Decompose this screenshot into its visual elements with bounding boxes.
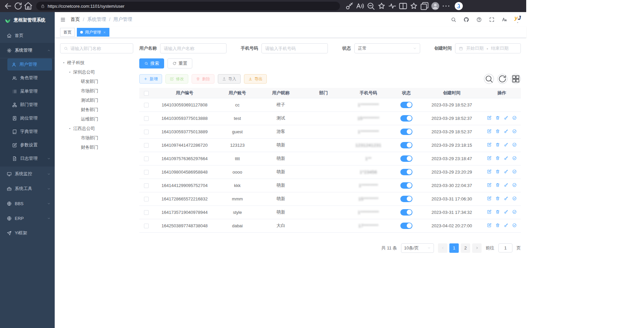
row-checkbox[interactable] — [144, 210, 149, 215]
reset-password-button[interactable] — [504, 115, 508, 120]
profile-avatar[interactable] — [431, 1, 440, 11]
collapse-sidebar-button[interactable] — [60, 17, 66, 22]
prev-page-button[interactable] — [438, 243, 447, 253]
tree-node[interactable]: 财务部门 — [60, 105, 133, 114]
export-button[interactable]: 导出 — [244, 74, 267, 84]
add-favorite-icon[interactable] — [377, 1, 386, 11]
status-toggle[interactable] — [400, 223, 412, 229]
reset-password-button[interactable] — [504, 142, 508, 147]
next-page-button[interactable] — [472, 243, 482, 253]
edit-row-button[interactable] — [487, 129, 492, 134]
sidebar-item-bbs[interactable]: BBS — [0, 196, 55, 211]
sidebar-item-log[interactable]: 日志管理 — [0, 152, 55, 165]
font-size-icon[interactable] — [502, 17, 507, 22]
refresh-table-button[interactable] — [497, 74, 507, 84]
assign-role-button[interactable] — [512, 169, 517, 174]
sidebar-item-menu[interactable]: 菜单管理 — [0, 85, 55, 98]
address-bar[interactable]: https://ccnetcore.com:1101/system/user — [36, 2, 340, 10]
toggle-search-button[interactable] — [484, 74, 494, 84]
reset-password-button[interactable] — [504, 169, 508, 174]
tree-caret-icon[interactable] — [62, 61, 65, 64]
username-input[interactable] — [160, 43, 227, 53]
split-screen-icon[interactable] — [398, 1, 408, 11]
status-toggle[interactable] — [400, 182, 412, 189]
edit-row-button[interactable] — [487, 169, 492, 174]
edit-row-button[interactable] — [487, 209, 492, 214]
browser-refresh-button[interactable] — [13, 1, 23, 11]
delete-row-button[interactable] — [495, 183, 500, 187]
edit-row-button[interactable] — [487, 142, 492, 147]
tree-node[interactable]: 测试部门 — [60, 96, 133, 105]
reset-button[interactable]: 重置 — [167, 58, 192, 68]
user-avatar-menu[interactable]: yJ — [514, 15, 521, 24]
dept-search-input[interactable] — [70, 46, 130, 51]
header-search-icon[interactable] — [451, 17, 456, 22]
sidebar-item-dept[interactable]: 部门管理 — [0, 98, 55, 111]
assign-role-button[interactable] — [512, 223, 517, 228]
delete-row-button[interactable] — [495, 129, 500, 134]
edit-row-button[interactable] — [487, 156, 492, 160]
assign-role-button[interactable] — [512, 196, 517, 201]
github-icon[interactable] — [463, 17, 469, 22]
sidebar-item-home[interactable]: 首页 — [0, 28, 55, 43]
status-select[interactable]: 正常 — [354, 43, 420, 53]
zoom-out-icon[interactable] — [366, 1, 376, 11]
sidebar-item-yiframe[interactable]: Yi框架 — [0, 226, 55, 240]
sidebar-item-erp[interactable]: ERP — [0, 211, 55, 226]
row-checkbox[interactable] — [144, 156, 149, 161]
delete-row-button[interactable] — [495, 209, 500, 214]
sidebar-item-role[interactable]: 角色管理 — [0, 71, 55, 85]
docs-help-icon[interactable] — [476, 17, 482, 22]
select-all-checkbox[interactable] — [144, 91, 149, 96]
add-button[interactable]: 新增 — [139, 74, 162, 84]
assign-role-button[interactable] — [512, 129, 517, 134]
tree-node[interactable]: 深圳总公司 — [60, 67, 133, 77]
sidebar-item-config[interactable]: 参数设置 — [0, 138, 55, 152]
tree-node[interactable]: 研发部门 — [60, 77, 133, 86]
browser-back-button[interactable] — [3, 1, 13, 11]
close-icon[interactable] — [103, 31, 106, 34]
status-toggle[interactable] — [400, 169, 412, 175]
assign-role-button[interactable] — [512, 183, 517, 187]
edit-row-button[interactable] — [487, 196, 492, 201]
page-button-2[interactable]: 2 — [461, 243, 470, 253]
status-toggle[interactable] — [400, 115, 412, 122]
assign-role-button[interactable] — [512, 115, 517, 120]
assign-role-button[interactable] — [512, 209, 517, 214]
favorites-icon[interactable] — [409, 1, 418, 11]
password-key-icon[interactable] — [345, 1, 354, 11]
delete-row-button[interactable] — [495, 115, 500, 120]
status-toggle[interactable] — [400, 196, 412, 202]
reset-password-button[interactable] — [504, 209, 508, 214]
sidebar-item-user[interactable]: 用户管理 — [7, 58, 52, 71]
read-aloud-icon[interactable] — [355, 1, 365, 11]
assign-role-button[interactable] — [512, 156, 517, 160]
browser-menu-icon[interactable] — [441, 1, 451, 11]
row-checkbox[interactable] — [144, 197, 149, 201]
browser-home-button[interactable] — [23, 1, 33, 11]
row-checkbox[interactable] — [144, 183, 149, 188]
delete-button[interactable]: 删除 — [192, 74, 214, 84]
tree-node[interactable]: 市场部门 — [60, 86, 133, 96]
sidebar-item-system[interactable]: 系统管理 — [0, 43, 55, 58]
tree-caret-icon[interactable] — [68, 127, 71, 130]
reset-password-button[interactable] — [504, 156, 508, 160]
sidebar-item-tools[interactable]: 系统工具 — [0, 181, 55, 196]
delete-row-button[interactable] — [495, 196, 500, 201]
status-toggle[interactable] — [400, 209, 412, 216]
page-size-select[interactable]: 10条/页 — [401, 243, 434, 253]
date-range-picker[interactable]: 开始日期 - 结束日期 — [455, 43, 521, 53]
sidebar-item-monitor[interactable]: 系统监控 — [0, 167, 55, 181]
edit-row-button[interactable] — [487, 183, 492, 187]
breadcrumb-item[interactable]: 系统管理 — [87, 16, 106, 22]
search-button[interactable]: 搜索 — [139, 58, 164, 68]
browser-essentials-icon[interactable] — [388, 1, 397, 11]
sidebar-item-post[interactable]: 岗位管理 — [0, 111, 55, 125]
delete-row-button[interactable] — [495, 156, 500, 160]
assign-role-button[interactable] — [512, 142, 517, 147]
row-checkbox[interactable] — [144, 103, 149, 107]
tab-home[interactable]: 首页 — [60, 28, 75, 37]
column-settings-button[interactable] — [511, 74, 521, 84]
status-toggle[interactable] — [400, 142, 412, 148]
row-checkbox[interactable] — [144, 130, 149, 134]
